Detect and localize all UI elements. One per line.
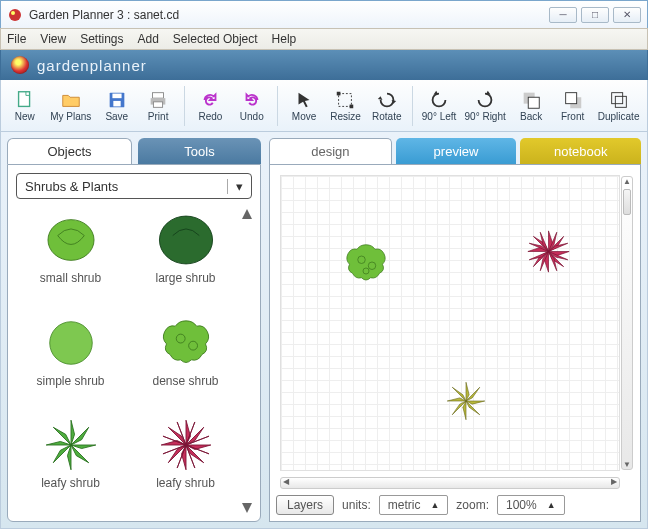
tab-preview[interactable]: preview (396, 138, 517, 164)
tab-tools[interactable]: Tools (138, 138, 261, 164)
toolbar-separator (412, 86, 413, 126)
maximize-button[interactable]: □ (581, 7, 609, 23)
resize-icon (334, 89, 356, 111)
svg-rect-17 (615, 96, 626, 107)
save-button[interactable]: Save (97, 87, 136, 124)
rotate-left-icon (428, 89, 450, 111)
my-plans-button[interactable]: My Plans (46, 87, 95, 124)
svg-rect-13 (528, 97, 539, 108)
window-titlebar: Garden Planner 3 : sanet.cd ─ □ ✕ (0, 0, 648, 28)
duplicate-button[interactable]: Duplicate (594, 87, 643, 124)
right-panel: design preview notebook Layers units: me… (269, 138, 641, 522)
send-back-icon (520, 89, 542, 111)
minimize-button[interactable]: ─ (549, 7, 577, 23)
undo-button[interactable]: Undo (232, 87, 271, 124)
zoom-label: zoom: (456, 498, 489, 512)
rotate-button[interactable]: Rotate (367, 87, 406, 124)
object-leafy-shrub-red[interactable]: leafy shrub (131, 414, 240, 513)
tab-design[interactable]: design (269, 138, 392, 164)
svg-point-19 (159, 216, 212, 264)
workspace: Objects Tools Shrubs & Plants ▾ small sh… (0, 132, 648, 529)
canvas-plant-yellow-leafy[interactable] (441, 376, 491, 426)
object-dense-shrub[interactable]: dense shrub (131, 312, 240, 411)
folder-icon (60, 89, 82, 111)
svg-rect-10 (337, 92, 341, 96)
object-leafy-shrub-green[interactable]: leafy shrub (16, 414, 125, 513)
new-file-icon (14, 89, 36, 111)
menu-bar: File View Settings Add Selected Object H… (0, 28, 648, 50)
canvas-plant-dense-shrub[interactable] (336, 236, 396, 291)
svg-point-1 (11, 11, 15, 15)
tab-objects[interactable]: Objects (7, 138, 132, 164)
svg-point-18 (47, 220, 93, 261)
menu-help[interactable]: Help (272, 32, 297, 46)
cursor-icon (293, 89, 315, 111)
resize-button[interactable]: Resize (326, 87, 365, 124)
svg-rect-9 (339, 94, 352, 107)
svg-rect-4 (112, 94, 121, 99)
object-scrollbar[interactable] (242, 209, 252, 513)
svg-rect-16 (611, 93, 622, 104)
canvas-plant-red-leafy[interactable] (521, 224, 576, 279)
category-value: Shrubs & Plants (25, 179, 118, 194)
chevron-down-icon: ▲ (430, 500, 439, 510)
window-title: Garden Planner 3 : sanet.cd (29, 8, 179, 22)
menu-settings[interactable]: Settings (80, 32, 123, 46)
menu-file[interactable]: File (7, 32, 26, 46)
svg-rect-6 (153, 93, 164, 99)
rotate-left-button[interactable]: 90° Left (419, 87, 458, 124)
menu-selected-object[interactable]: Selected Object (173, 32, 258, 46)
redo-icon (199, 89, 221, 111)
canvas-vertical-scrollbar[interactable] (621, 176, 633, 470)
new-button[interactable]: New (5, 87, 44, 124)
rotate-right-button[interactable]: 90° Right (461, 87, 510, 124)
design-canvas[interactable] (280, 175, 620, 471)
chevron-down-icon: ▲ (547, 500, 556, 510)
canvas-footer: Layers units: metric▲ zoom: 100%▲ (276, 489, 634, 515)
rotate-right-icon (474, 89, 496, 111)
send-back-button[interactable]: Back (512, 87, 551, 124)
svg-point-20 (49, 321, 92, 364)
canvas-area: Layers units: metric▲ zoom: 100%▲ (269, 164, 641, 522)
object-small-shrub[interactable]: small shrub (16, 209, 125, 308)
toolbar-separator (184, 86, 185, 126)
svg-rect-2 (18, 92, 29, 107)
layers-button[interactable]: Layers (276, 495, 334, 515)
menu-add[interactable]: Add (138, 32, 159, 46)
zoom-select[interactable]: 100%▲ (497, 495, 565, 515)
brand-name: gardenplanner (37, 57, 147, 74)
menu-view[interactable]: View (40, 32, 66, 46)
rotate-icon (376, 89, 398, 111)
svg-point-0 (9, 9, 21, 21)
bring-front-icon (562, 89, 584, 111)
redo-button[interactable]: Redo (191, 87, 230, 124)
category-dropdown[interactable]: Shrubs & Plants ▾ (16, 173, 252, 199)
svg-rect-8 (154, 102, 163, 108)
chevron-down-icon: ▾ (227, 179, 243, 194)
undo-icon (241, 89, 263, 111)
print-button[interactable]: Print (138, 87, 177, 124)
toolbar-separator (277, 86, 278, 126)
object-simple-shrub[interactable]: simple shrub (16, 312, 125, 411)
units-label: units: (342, 498, 371, 512)
brand-logo-icon (11, 56, 29, 74)
svg-rect-5 (113, 101, 120, 107)
brand-bar: gardenplanner (0, 50, 648, 80)
tab-notebook[interactable]: notebook (520, 138, 641, 164)
move-button[interactable]: Move (284, 87, 323, 124)
close-button[interactable]: ✕ (613, 7, 641, 23)
app-icon (7, 7, 23, 23)
canvas-horizontal-scrollbar[interactable] (280, 477, 620, 489)
save-icon (106, 89, 128, 111)
object-large-shrub[interactable]: large shrub (131, 209, 240, 308)
bring-front-button[interactable]: Front (553, 87, 592, 124)
svg-rect-11 (350, 105, 354, 109)
svg-rect-15 (565, 93, 576, 104)
toolbar: New My Plans Save Print Redo Undo Move R… (0, 80, 648, 132)
object-grid: small shrub large shrub simple shrub den… (16, 209, 252, 513)
duplicate-icon (608, 89, 630, 111)
units-select[interactable]: metric▲ (379, 495, 449, 515)
left-panel: Objects Tools Shrubs & Plants ▾ small sh… (7, 138, 261, 522)
print-icon (147, 89, 169, 111)
